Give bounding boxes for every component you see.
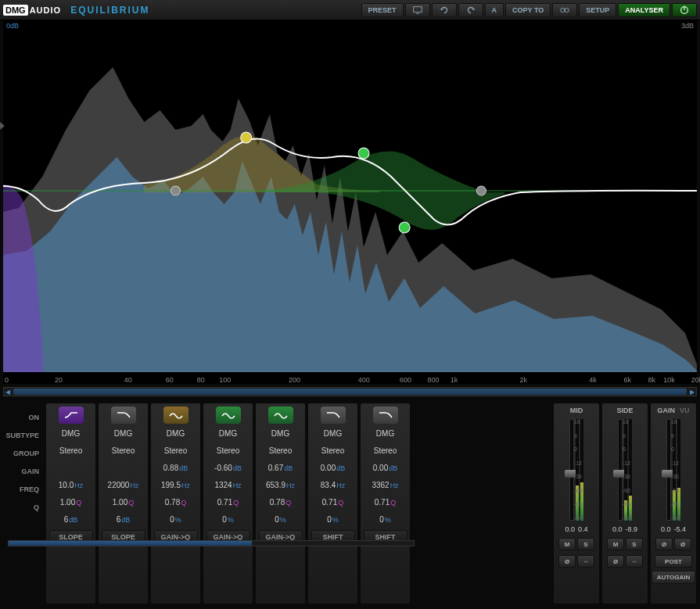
band-q[interactable]: 0.71Q bbox=[322, 494, 343, 511]
link-button[interactable] bbox=[552, 3, 577, 17]
phase-button[interactable]: Ø bbox=[607, 555, 624, 568]
svg-point-2 bbox=[561, 8, 565, 12]
solo-button[interactable]: S bbox=[577, 538, 594, 550]
band-enable-button[interactable] bbox=[111, 407, 136, 424]
band-extra[interactable]: 0% bbox=[222, 511, 234, 528]
band-freq[interactable]: 83.4Hz bbox=[321, 477, 345, 494]
out-val2[interactable]: -5.4 bbox=[674, 525, 687, 533]
band-subtype[interactable]: DMG bbox=[271, 425, 289, 442]
mute-button[interactable]: M bbox=[607, 538, 624, 550]
band-subtype[interactable]: DMG bbox=[376, 425, 394, 442]
solo-button[interactable]: S bbox=[626, 538, 643, 550]
post-button[interactable]: POST bbox=[655, 555, 692, 568]
band-gain[interactable] bbox=[70, 460, 71, 477]
band-q[interactable]: 0.71Q bbox=[375, 494, 396, 511]
row-label: GAIN bbox=[3, 463, 44, 481]
preset-button[interactable]: PRESET bbox=[361, 3, 404, 17]
band-subtype[interactable]: DMG bbox=[62, 425, 80, 442]
band-gain[interactable]: -0.60dB bbox=[214, 460, 242, 477]
band-extra[interactable]: 0% bbox=[379, 511, 391, 528]
band-group[interactable]: Stereo bbox=[269, 442, 292, 460]
logo-audio: AUDIO bbox=[30, 5, 61, 15]
band-freq[interactable]: 199.5Hz bbox=[161, 477, 190, 494]
band-freq[interactable]: 653.9Hz bbox=[266, 477, 295, 494]
swap-button[interactable]: ↔ bbox=[577, 555, 594, 568]
band6-node[interactable] bbox=[171, 186, 180, 195]
freq-tick: 80 bbox=[197, 376, 205, 384]
db-left-label: 0dB bbox=[6, 22, 19, 30]
undo-button[interactable] bbox=[432, 3, 457, 17]
band-freq[interactable]: 22000Hz bbox=[108, 477, 139, 494]
band-enable-button[interactable] bbox=[59, 407, 84, 424]
band-q[interactable]: 1.00Q bbox=[60, 494, 81, 511]
band-subtype[interactable]: DMG bbox=[167, 425, 185, 442]
autogain-button[interactable]: AUTOGAIN bbox=[652, 571, 696, 584]
band-q[interactable]: 0.78Q bbox=[165, 494, 186, 511]
band5-node[interactable] bbox=[358, 148, 369, 159]
band-group[interactable]: Stereo bbox=[164, 442, 187, 460]
band-enable-button[interactable] bbox=[216, 407, 241, 424]
band-gain[interactable]: 0.00dB bbox=[373, 460, 397, 477]
band4-node[interactable] bbox=[399, 222, 410, 233]
band-group[interactable]: Stereo bbox=[217, 442, 239, 460]
display-button[interactable] bbox=[405, 3, 430, 17]
band-enable-button[interactable] bbox=[373, 407, 398, 424]
band-subtype[interactable]: DMG bbox=[219, 425, 237, 442]
band-enable-button[interactable] bbox=[163, 407, 188, 424]
band-group[interactable]: Stereo bbox=[59, 442, 82, 460]
analyzer-display[interactable]: 0dB 3dB 0204060801002004006008001k2k4k6k… bbox=[3, 20, 697, 384]
analyser-button[interactable]: ANALYSER bbox=[618, 3, 670, 17]
out-val2[interactable]: 0.4 bbox=[578, 525, 588, 533]
band-gain[interactable]: 0.67dB bbox=[268, 460, 293, 477]
ab-button[interactable]: A bbox=[485, 3, 504, 17]
row-label: ON bbox=[3, 409, 44, 427]
phase-button[interactable]: Ø bbox=[655, 538, 673, 550]
side-arrow-icon[interactable] bbox=[0, 122, 5, 130]
setup-button[interactable]: SETUP bbox=[579, 3, 616, 17]
swap-button[interactable]: ↔ bbox=[626, 555, 643, 568]
out-val1[interactable]: 0.0 bbox=[661, 525, 671, 533]
band-enable-button[interactable] bbox=[268, 407, 293, 424]
band3-node[interactable] bbox=[241, 132, 252, 143]
redo-button[interactable] bbox=[458, 3, 483, 17]
band-freq[interactable]: 3362Hz bbox=[372, 477, 398, 494]
band-panel: ONSUBTYPEGROUPGAINFREQQ DMG Stereo 10.0H… bbox=[3, 403, 411, 604]
band-group[interactable]: Stereo bbox=[112, 442, 135, 460]
band-shape-icon bbox=[378, 410, 393, 421]
band-q[interactable]: 0.78Q bbox=[270, 494, 291, 511]
freq-tick: 8k bbox=[648, 376, 656, 384]
scroll-right-icon[interactable]: ▶ bbox=[688, 388, 696, 396]
power-button[interactable] bbox=[672, 3, 697, 17]
band-subtype[interactable]: DMG bbox=[114, 425, 132, 442]
band-group[interactable]: Stereo bbox=[321, 442, 344, 460]
band-group[interactable]: Stereo bbox=[374, 442, 397, 460]
copyto-button[interactable]: COPY TO bbox=[505, 3, 551, 17]
band-freq[interactable]: 1324Hz bbox=[214, 477, 241, 494]
band-gain[interactable]: 0.00dB bbox=[321, 460, 345, 477]
band-extra[interactable]: 6dB bbox=[64, 511, 78, 528]
band-q[interactable]: 1.00Q bbox=[113, 494, 134, 511]
out-val2[interactable]: -8.9 bbox=[626, 525, 638, 533]
meter-scale: 1890-12-36-60-96-inf bbox=[623, 419, 630, 521]
phase-button[interactable]: Ø bbox=[674, 538, 691, 550]
freq-scrollbar[interactable]: ◀ ▶ bbox=[3, 387, 697, 396]
band-extra[interactable]: 0% bbox=[327, 511, 339, 528]
band7-node[interactable] bbox=[476, 186, 486, 195]
band-q[interactable]: 0.71Q bbox=[217, 494, 239, 511]
band-extra[interactable]: 0% bbox=[275, 511, 286, 528]
band-gain[interactable]: 0.88dB bbox=[163, 460, 188, 477]
band-shape-icon bbox=[63, 410, 79, 421]
scroll-left-icon[interactable]: ◀ bbox=[4, 388, 12, 396]
band-subtype[interactable]: DMG bbox=[324, 425, 342, 442]
band-extra[interactable]: 0% bbox=[170, 511, 181, 528]
scroll-thumb[interactable] bbox=[13, 389, 687, 395]
mute-button[interactable]: M bbox=[558, 538, 576, 550]
band-gain[interactable] bbox=[123, 460, 124, 477]
band-enable-button[interactable] bbox=[321, 407, 346, 424]
phase-button[interactable]: Ø bbox=[558, 555, 576, 568]
spectrum-plot[interactable] bbox=[3, 20, 697, 372]
out-val1[interactable]: 0.0 bbox=[565, 525, 575, 533]
band-freq[interactable]: 10.0Hz bbox=[59, 477, 83, 494]
out-val1[interactable]: 0.0 bbox=[612, 525, 623, 533]
band-extra[interactable]: 6dB bbox=[117, 511, 131, 528]
